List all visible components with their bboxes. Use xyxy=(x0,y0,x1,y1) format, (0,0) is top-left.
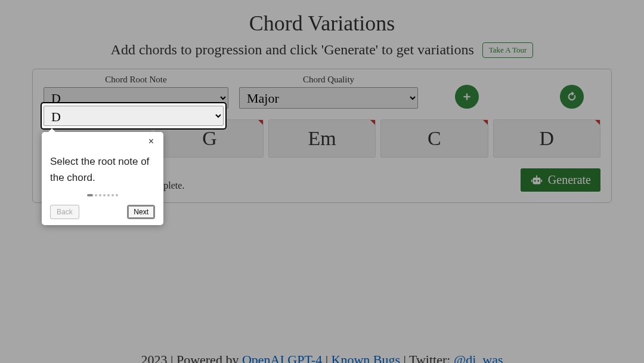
svg-rect-1 xyxy=(531,180,532,182)
subtitle-row: Add chords to progression and click 'Gen… xyxy=(0,42,644,58)
chord-tile[interactable]: Em xyxy=(268,119,376,158)
chord-tile[interactable]: C xyxy=(380,119,488,158)
refresh-icon xyxy=(566,91,577,102)
svg-rect-5 xyxy=(536,175,537,177)
robot-icon xyxy=(530,174,543,187)
tour-back-button: Back xyxy=(50,205,79,219)
add-chord-button[interactable] xyxy=(455,85,479,109)
svg-rect-2 xyxy=(541,180,542,182)
tour-popover: × Select the root note of the chord. Bac… xyxy=(42,132,163,225)
page-title: Chord Variations xyxy=(0,11,644,36)
tour-progress-dots xyxy=(50,194,155,196)
tour-next-button[interactable]: Next xyxy=(127,205,155,219)
svg-point-3 xyxy=(534,180,536,182)
tour-text: Select the root note of the chord. xyxy=(50,153,155,186)
svg-rect-0 xyxy=(532,177,540,184)
chord-tile[interactable]: D xyxy=(493,119,600,158)
known-bugs-link[interactable]: Known Bugs xyxy=(332,352,401,363)
subtitle: Add chords to progression and click 'Gen… xyxy=(111,42,474,58)
reset-button[interactable] xyxy=(560,85,584,109)
root-note-label: Chord Root Note xyxy=(105,75,166,85)
root-note-select[interactable]: D xyxy=(44,106,224,126)
footer: 2023 | Powered by OpenAI GPT-4 | Known B… xyxy=(0,345,644,363)
tour-close-button[interactable]: × xyxy=(145,136,157,147)
take-tour-button[interactable]: Take A Tour xyxy=(482,42,534,58)
popover-arrow xyxy=(48,128,56,133)
quality-label: Chord Quality xyxy=(303,75,354,85)
svg-point-4 xyxy=(537,180,539,182)
quality-col: Chord Quality Major xyxy=(239,75,418,109)
generate-button[interactable]: Generate xyxy=(521,168,600,192)
root-note-highlight: D xyxy=(42,103,225,128)
quality-select[interactable]: Major xyxy=(239,87,418,109)
plus-icon xyxy=(462,91,472,102)
gpt-link[interactable]: OpenAI GPT-4 xyxy=(242,352,322,363)
twitter-link[interactable]: @di_was xyxy=(454,352,503,363)
